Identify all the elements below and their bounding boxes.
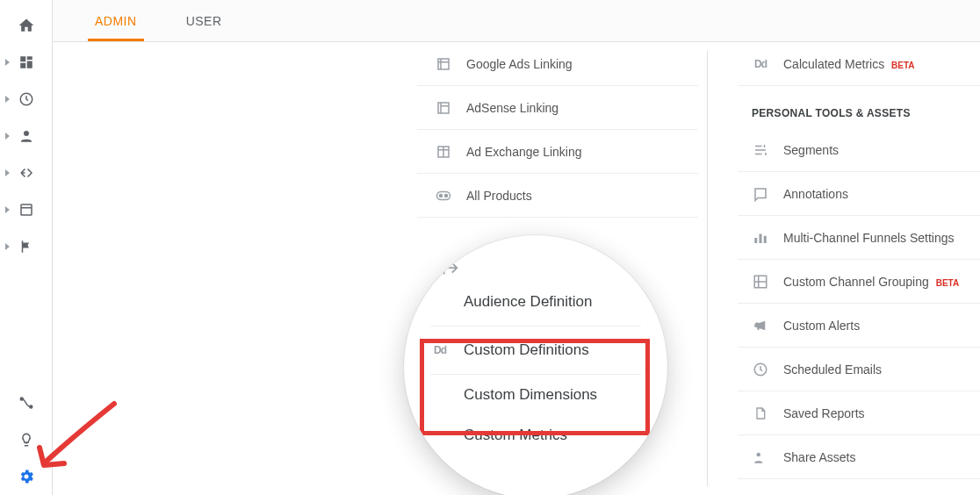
rail-conversions[interactable] xyxy=(0,228,52,265)
custom-channel-grouping[interactable]: Custom Channel Grouping BETA xyxy=(738,260,980,304)
item-label: Multi-Channel Funnels Settings xyxy=(783,231,955,245)
page-icon xyxy=(18,202,34,218)
attribution-icon xyxy=(18,395,34,411)
scheduled-emails[interactable]: Scheduled Emails xyxy=(738,348,980,391)
dashboards-icon xyxy=(18,54,34,70)
item-label: Custom Metrics xyxy=(464,427,567,444)
svg-rect-12 xyxy=(760,233,762,243)
rail-attribution[interactable] xyxy=(0,384,52,421)
clock-icon xyxy=(752,361,769,378)
item-label: Saved Reports xyxy=(783,406,865,420)
custom-dimensions[interactable]: Custom Dimensions xyxy=(430,375,641,415)
svg-rect-5 xyxy=(438,59,449,69)
chevron-right-icon xyxy=(5,96,10,103)
segments[interactable]: Segments xyxy=(738,128,980,172)
svg-point-9 xyxy=(440,194,443,197)
saved-reports[interactable]: Saved Reports xyxy=(738,391,980,435)
item-label: Segments xyxy=(783,143,839,157)
svg-point-1 xyxy=(24,131,29,136)
tab-admin[interactable]: ADMIN xyxy=(88,2,144,41)
left-rail xyxy=(0,0,53,495)
rail-admin[interactable] xyxy=(0,458,52,495)
page-icon xyxy=(435,99,452,117)
rail-discover[interactable] xyxy=(0,421,52,458)
svg-point-4 xyxy=(29,405,32,408)
dd-icon: Dd xyxy=(430,344,450,356)
beta-badge: BETA xyxy=(891,61,914,70)
annotations[interactable]: Annotations xyxy=(738,172,980,216)
chevron-right-icon xyxy=(5,206,10,213)
tab-user[interactable]: USER xyxy=(179,2,229,41)
custom-alerts[interactable]: Custom Alerts xyxy=(738,304,980,348)
svg-point-3 xyxy=(20,398,23,400)
item-label: AdSense Linking xyxy=(466,101,558,115)
flag-icon xyxy=(18,239,34,255)
item-label: Custom Channel Grouping xyxy=(783,275,929,289)
item-label: Google Ads Linking xyxy=(466,57,573,71)
bars-icon xyxy=(752,229,769,247)
file-icon xyxy=(752,405,769,422)
rail-realtime[interactable] xyxy=(0,81,52,118)
property-column: Google Ads Linking AdSense Linking Ad Ex… xyxy=(417,42,698,218)
item-label: Scheduled Emails xyxy=(783,362,882,377)
person-icon xyxy=(18,128,34,144)
clock-icon xyxy=(18,91,34,107)
item-label: Custom Definitions xyxy=(464,341,589,359)
note-icon xyxy=(752,185,769,203)
link-adsense[interactable]: AdSense Linking xyxy=(417,86,698,130)
gear-icon xyxy=(18,468,35,485)
item-label: Custom Alerts xyxy=(783,319,860,333)
chevron-right-icon xyxy=(5,133,10,140)
item-label: Annotations xyxy=(783,187,848,201)
segments-icon xyxy=(752,141,769,159)
custom-definitions[interactable]: Dd Custom Definitions xyxy=(430,326,641,375)
beta-badge: BETA xyxy=(936,278,959,288)
path-icon xyxy=(18,165,34,181)
group-icon xyxy=(752,273,769,291)
item-label: Ad Exchange Linking xyxy=(466,145,582,159)
svg-rect-2 xyxy=(21,204,32,215)
audience-definitions[interactable]: Audience Definition xyxy=(430,278,641,326)
view-column: Dd Calculated Metrics BETA PERSONAL TOOL… xyxy=(738,42,980,479)
link-icon xyxy=(435,187,452,204)
page-icon xyxy=(435,55,452,73)
home-icon xyxy=(18,17,35,34)
share-assets[interactable]: Share Assets xyxy=(738,435,980,479)
custom-metrics[interactable]: Custom Metrics xyxy=(430,415,641,456)
dd-icon: Dd xyxy=(752,55,769,73)
link-all-products[interactable]: All Products xyxy=(417,174,698,218)
chevron-right-icon xyxy=(5,169,10,176)
link-adexchange[interactable]: Ad Exchange Linking xyxy=(417,130,698,174)
svg-rect-13 xyxy=(764,235,767,242)
item-label: Calculated Metrics xyxy=(783,57,884,71)
rail-acquisition[interactable] xyxy=(0,154,52,191)
link-google-ads[interactable]: Google Ads Linking xyxy=(417,42,698,86)
section-title-personal: PERSONAL TOOLS & ASSETS xyxy=(738,86,980,128)
svg-point-10 xyxy=(445,194,448,197)
bulb-icon xyxy=(18,432,34,448)
zoom-highlight: Audience Definition Dd Custom Definition… xyxy=(404,235,667,495)
item-label: Share Assets xyxy=(783,450,856,464)
item-label: Audience Definition xyxy=(464,293,592,311)
chevron-right-icon xyxy=(5,243,10,250)
item-label: All Products xyxy=(466,189,532,203)
layout-icon xyxy=(435,143,452,161)
svg-rect-6 xyxy=(438,103,449,113)
admin-tabs: ADMIN USER xyxy=(53,0,980,42)
svg-point-16 xyxy=(757,452,761,456)
megaphone-icon xyxy=(752,317,769,334)
admin-main: Google Ads Linking AdSense Linking Ad Ex… xyxy=(53,42,980,495)
chevron-right-icon xyxy=(5,59,10,66)
item-label: Custom Dimensions xyxy=(464,386,597,404)
rail-audience[interactable] xyxy=(0,118,52,154)
mcf-settings[interactable]: Multi-Channel Funnels Settings xyxy=(738,216,980,260)
calc-metrics[interactable]: Dd Calculated Metrics BETA xyxy=(738,42,980,86)
rail-home[interactable] xyxy=(0,7,52,44)
share-person-icon xyxy=(752,448,769,466)
rail-dashboards[interactable] xyxy=(0,44,52,81)
svg-rect-11 xyxy=(754,238,757,243)
column-divider xyxy=(707,51,708,486)
rail-behavior[interactable] xyxy=(0,191,52,228)
